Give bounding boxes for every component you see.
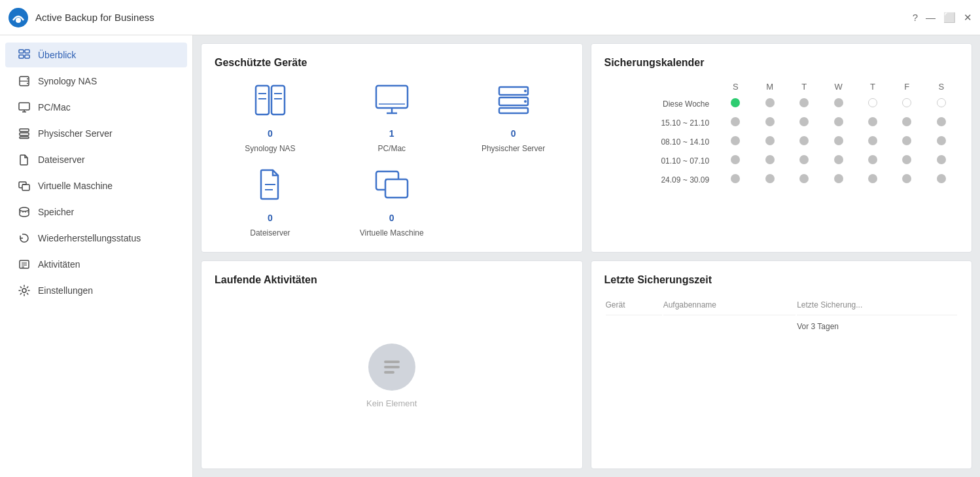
app-body: Überblick Synology NAS PC xyxy=(0,35,980,477)
svg-point-1 xyxy=(16,18,21,23)
sidebar-label-settings: Einstellungen xyxy=(38,285,93,296)
calendar-dot-cell xyxy=(718,151,752,170)
sidebar-label-virtual-machine: Virtuelle Maschine xyxy=(38,181,113,191)
pc-mac-label: PC/Mac xyxy=(377,144,406,153)
week-label: 08.10 ~ 14.10 xyxy=(604,132,719,151)
server-icon xyxy=(18,128,30,139)
svg-rect-13 xyxy=(20,129,29,132)
calendar-dot-cell xyxy=(718,132,752,151)
calendar-table: S M T W T F S Diese Woche15.10 ~ 21.1008… xyxy=(604,79,959,189)
calendar-row: Diese Woche xyxy=(604,94,959,113)
svg-rect-4 xyxy=(19,55,24,58)
minimize-button[interactable]: — xyxy=(926,12,936,23)
activities-title: Laufende Aktivitäten xyxy=(215,274,569,286)
calendar-dot-cell xyxy=(924,170,958,189)
restore-button[interactable]: ⬜ xyxy=(943,12,956,24)
svg-point-25 xyxy=(22,289,26,292)
sidebar-item-virtual-machine[interactable]: Virtuelle Maschine xyxy=(5,173,187,198)
device-synology-nas[interactable]: 0 Synology NAS xyxy=(215,79,326,153)
activities-empty-text: Kein Element xyxy=(366,398,417,408)
day-header-w: W xyxy=(821,79,855,94)
calendar-row: 24.09 ~ 30.09 xyxy=(604,170,959,189)
calendar-dot-cell xyxy=(787,170,821,189)
day-header-m: M xyxy=(753,79,787,94)
physical-server-count: 0 xyxy=(511,128,516,139)
svg-rect-38 xyxy=(499,108,528,113)
protected-devices-panel: Geschützte Geräte 0 xyxy=(201,43,583,253)
sidebar: Überblick Synology NAS PC xyxy=(0,35,193,477)
day-header-s2: S xyxy=(924,79,958,94)
sidebar-item-synology-nas[interactable]: Synology NAS xyxy=(5,69,187,94)
svg-rect-36 xyxy=(499,87,528,95)
sidebar-item-file-server[interactable]: Dateiserver xyxy=(5,147,187,172)
last-backup-title: Letzte Sicherungszeit xyxy=(604,274,959,286)
week-label: Diese Woche xyxy=(604,94,719,113)
calendar-dot-cell xyxy=(890,113,924,132)
svg-point-40 xyxy=(524,100,527,103)
device-physical-server[interactable]: 0 Physischer Server xyxy=(458,79,569,153)
virtual-machine-icon xyxy=(371,164,413,207)
last-backup-panel: Letzte Sicherungszeit Gerät Aufgabenname… xyxy=(591,260,973,470)
svg-rect-5 xyxy=(25,55,29,58)
file-icon xyxy=(18,154,30,166)
svg-point-9 xyxy=(27,83,28,84)
calendar-dot-cell xyxy=(890,170,924,189)
calendar-dot-cell xyxy=(821,132,855,151)
week-label: 15.10 ~ 21.10 xyxy=(604,113,719,132)
pc-mac-count: 1 xyxy=(389,128,394,139)
day-header-t2: T xyxy=(856,79,890,94)
calendar-dot-cell xyxy=(856,113,890,132)
devices-grid: 0 Synology NAS 1 PC/Mac xyxy=(215,79,569,238)
device-virtual-machine[interactable]: 0 Virtuelle Maschine xyxy=(336,164,447,238)
storage-icon xyxy=(18,206,30,218)
calendar-dot-cell xyxy=(821,94,855,113)
pc-icon xyxy=(18,101,30,113)
svg-rect-32 xyxy=(376,86,408,108)
svg-point-39 xyxy=(524,90,527,92)
svg-rect-2 xyxy=(19,50,24,53)
calendar-dot-cell xyxy=(753,132,787,151)
sidebar-label-storage: Speicher xyxy=(38,207,74,217)
help-button[interactable]: ? xyxy=(913,12,918,23)
svg-rect-46 xyxy=(384,361,400,363)
nas-icon xyxy=(18,75,30,87)
calendar-row: 08.10 ~ 14.10 xyxy=(604,132,959,151)
virtual-machine-label: Virtuelle Maschine xyxy=(360,228,424,238)
device-pc-mac[interactable]: 1 PC/Mac xyxy=(336,79,447,153)
svg-rect-15 xyxy=(20,137,29,139)
sidebar-item-activities[interactable]: Aktivitäten xyxy=(5,252,187,277)
sidebar-item-pc-mac[interactable]: PC/Mac xyxy=(5,95,187,120)
last-backup-value: Vor 3 Tagen xyxy=(797,317,957,336)
device-file-server[interactable]: 0 Dateiserver xyxy=(215,164,326,238)
sidebar-label-physical-server: Physischer Server xyxy=(38,128,113,139)
protected-devices-title: Geschützte Geräte xyxy=(215,57,569,69)
virtual-machine-count: 0 xyxy=(389,213,394,223)
activities-empty-icon xyxy=(368,344,415,391)
table-row: Vor 3 Tagen xyxy=(606,317,958,336)
svg-rect-17 xyxy=(22,185,29,190)
col-task: Aufgabenname xyxy=(663,298,796,315)
calendar-dot-cell xyxy=(787,151,821,170)
sidebar-item-settings[interactable]: Einstellungen xyxy=(5,278,187,303)
sidebar-item-storage[interactable]: Speicher xyxy=(5,200,187,224)
device-cell xyxy=(606,317,662,336)
last-backup-table: Gerät Aufgabenname Letzte Sicherung... V… xyxy=(604,296,959,338)
calendar-dot-cell xyxy=(718,113,752,132)
app-title: Active Backup for Business xyxy=(35,12,154,23)
sidebar-label-synology-nas: Synology NAS xyxy=(38,76,97,86)
day-header-f: F xyxy=(890,79,924,94)
calendar-dot-cell xyxy=(890,151,924,170)
col-last-backup: Letzte Sicherung... xyxy=(797,298,957,315)
svg-point-19 xyxy=(20,207,29,211)
sidebar-label-pc-mac: PC/Mac xyxy=(38,102,71,113)
activities-panel: Laufende Aktivitäten Kein Element xyxy=(201,260,583,470)
grid-icon xyxy=(18,49,30,61)
app-logo xyxy=(8,7,29,28)
sidebar-item-overview[interactable]: Überblick xyxy=(5,43,187,67)
week-label: 01.10 ~ 07.10 xyxy=(604,151,719,170)
svg-rect-44 xyxy=(385,179,408,198)
sidebar-item-physical-server[interactable]: Physischer Server xyxy=(5,121,187,146)
calendar-dot-cell xyxy=(718,94,752,113)
close-button[interactable]: ✕ xyxy=(964,12,972,24)
sidebar-item-restore-status[interactable]: Wiederherstellungsstatus xyxy=(5,226,187,251)
